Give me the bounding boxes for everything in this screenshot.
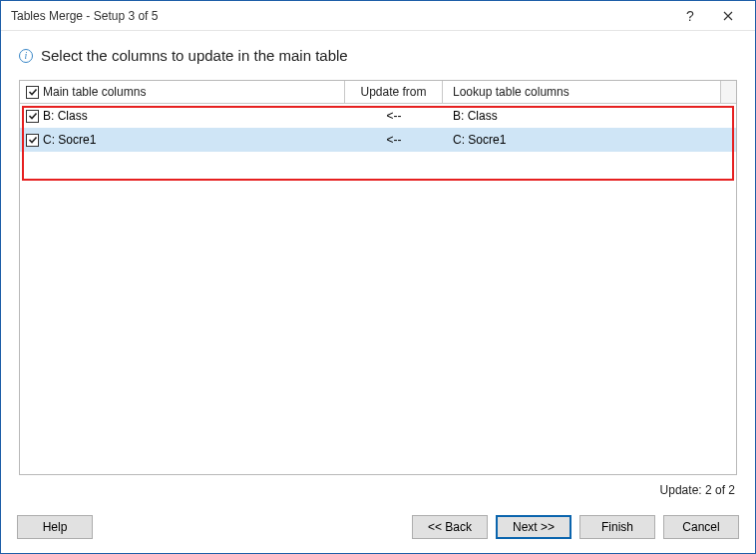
row-checkbox[interactable] <box>26 134 39 147</box>
columns-grid: Main table columns Update from Lookup ta… <box>19 80 737 475</box>
select-all-checkbox[interactable] <box>26 86 39 99</box>
help-icon[interactable]: ? <box>671 2 709 30</box>
header-update-from[interactable]: Update from <box>345 81 443 103</box>
row-lookup-value: C: Socre1 <box>453 133 506 147</box>
row-lookup-value: B: Class <box>453 109 498 123</box>
table-row[interactable]: C: Socre1 <-- C: Socre1 <box>20 128 736 152</box>
row-checkbox[interactable] <box>26 110 39 123</box>
header-lookup-columns[interactable]: Lookup table columns <box>443 81 720 103</box>
heading-row: i Select the columns to update in the ma… <box>19 41 737 80</box>
row-arrow: <-- <box>387 109 402 123</box>
row-main-value: B: Class <box>43 109 88 123</box>
close-icon[interactable] <box>709 2 747 30</box>
window-title: Tables Merge - Setup 3 of 5 <box>11 9 671 23</box>
header-update-label: Update from <box>360 85 426 99</box>
back-button[interactable]: << Back <box>412 515 488 539</box>
header-end <box>720 81 736 103</box>
info-icon: i <box>19 49 33 63</box>
titlebar: Tables Merge - Setup 3 of 5 ? <box>1 1 755 31</box>
next-button[interactable]: Next >> <box>496 515 571 539</box>
finish-button[interactable]: Finish <box>579 515 655 539</box>
row-arrow: <-- <box>387 133 402 147</box>
header-lookup-label: Lookup table columns <box>453 85 569 99</box>
table-row[interactable]: B: Class <-- B: Class <box>20 104 736 128</box>
status-text: Update: 2 of 2 <box>19 475 737 505</box>
help-button[interactable]: Help <box>17 515 93 539</box>
cancel-button[interactable]: Cancel <box>663 515 739 539</box>
button-bar: Help << Back Next >> Finish Cancel <box>1 505 755 553</box>
dialog-window: Tables Merge - Setup 3 of 5 ? i Select t… <box>0 0 756 554</box>
page-heading: Select the columns to update in the main… <box>41 47 348 64</box>
header-main-label: Main table columns <box>43 85 146 99</box>
dialog-content: i Select the columns to update in the ma… <box>1 31 755 505</box>
row-main-value: C: Socre1 <box>43 133 96 147</box>
grid-header: Main table columns Update from Lookup ta… <box>20 81 736 104</box>
header-main-columns[interactable]: Main table columns <box>20 81 345 103</box>
